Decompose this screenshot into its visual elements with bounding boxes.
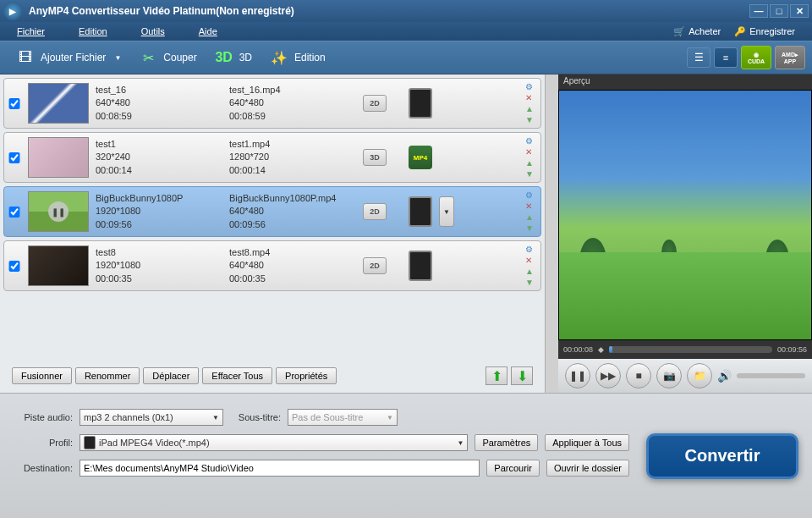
settings-button[interactable]: Paramètres (475, 434, 538, 451)
row-controls: ⚙✕▲▼ (525, 82, 537, 124)
menu-file[interactable]: Fichier (17, 26, 45, 36)
row-down-icon[interactable]: ▼ (525, 223, 534, 233)
menu-help[interactable]: Aide (199, 26, 217, 36)
row-checkbox[interactable] (8, 207, 21, 218)
minimize-button[interactable]: — (749, 4, 768, 18)
stop-button[interactable]: ■ (626, 363, 651, 388)
volume-slider[interactable] (737, 373, 805, 378)
time-current: 00:00:08 (563, 345, 593, 354)
subtitle-select[interactable]: Pas de Sous-titre▼ (288, 409, 398, 426)
delete-icon[interactable]: ✕ (525, 93, 534, 102)
next-button[interactable]: ▶▶ (595, 363, 621, 388)
close-button[interactable]: ✕ (790, 4, 809, 18)
open-folder-button[interactable]: 📁 (687, 363, 712, 388)
thumbnail (28, 83, 89, 124)
dimension-badge[interactable]: 2D (363, 95, 387, 112)
playhead-icon[interactable]: ◆ (598, 345, 604, 354)
chevron-down-icon: ▼ (114, 54, 121, 62)
gpu-amd-badge[interactable]: AMD▸APP (775, 46, 805, 69)
subtitle-label: Sous-titre: (230, 412, 281, 422)
time-total: 00:09:56 (777, 345, 807, 354)
view-list-button[interactable]: ☰ (687, 47, 710, 68)
row-checkbox[interactable] (8, 152, 21, 163)
gear-icon[interactable]: ⚙ (525, 82, 534, 91)
apply-all-button[interactable]: Appliquer à Tous (545, 434, 629, 451)
delete-icon[interactable]: ✕ (525, 201, 534, 211)
profile-select[interactable]: iPad MPEG4 Video(*.mp4)▼ (80, 434, 468, 451)
skip-icon: ▶▶ (601, 370, 616, 382)
browse-button[interactable]: Parcourir (486, 460, 540, 477)
clear-all-button[interactable]: Effacer Tous (202, 367, 272, 384)
list-footer: Fusionner Renommer Déplacer Effacer Tous… (3, 362, 541, 389)
key-icon: 🔑 (734, 26, 746, 37)
rename-button[interactable]: Renommer (75, 367, 140, 384)
file-list-area: test_16640*48000:08:59test_16.mp4640*480… (0, 74, 545, 393)
row-checkbox[interactable] (8, 261, 21, 272)
output-info: test8.mp4640*48000:00:35 (229, 246, 356, 285)
source-info: test_16640*48000:08:59 (96, 84, 222, 123)
volume-icon[interactable]: 🔊 (717, 369, 732, 383)
stop-icon: ■ (635, 370, 641, 382)
dimension-badge[interactable]: 3D (363, 149, 387, 166)
preview-title: Aperçu (558, 74, 812, 90)
gear-icon[interactable]: ⚙ (525, 190, 534, 200)
view-detail-button[interactable]: ≡ (714, 47, 738, 68)
convert-button[interactable]: Convertir (646, 433, 798, 479)
gear-icon[interactable]: ⚙ (525, 136, 534, 146)
move-up-button[interactable]: ⬆ (486, 366, 508, 385)
arrow-up-icon: ⬆ (491, 368, 502, 384)
row-checkbox[interactable] (8, 98, 21, 109)
snapshot-button[interactable]: 📷 (656, 363, 682, 388)
preview-controls: ❚❚ ▶▶ ■ 📷 📁 🔊 (558, 359, 812, 393)
list-row[interactable]: ❚❚BigBuckBunny1080P1920*108000:09:56BigB… (3, 186, 541, 237)
thumbnail (28, 245, 89, 286)
delete-icon[interactable]: ✕ (525, 147, 534, 157)
titlebar: ▶ AnyMP4 Convertisseur Vidéo Platinum(No… (0, 0, 812, 22)
open-dest-button[interactable]: Ouvrir le dossier (546, 460, 629, 477)
merge-button[interactable]: Fusionner (12, 367, 72, 384)
audio-select[interactable]: mp3 2 channels (0x1)▼ (80, 409, 223, 426)
destination-input[interactable] (80, 460, 480, 477)
row-up-icon[interactable]: ▲ (525, 158, 534, 168)
cart-icon: 🛒 (673, 26, 685, 37)
preview-timeline: 00:00:08 ◆ 00:09:56 (558, 340, 812, 359)
row-down-icon[interactable]: ▼ (525, 115, 534, 124)
menubar: Fichier Edition Outils Aide 🛒Acheter 🔑En… (0, 22, 812, 41)
move-button[interactable]: Déplacer (143, 367, 199, 384)
list-row[interactable]: test1320*24000:00:14test1.mp41280*72000:… (3, 132, 541, 183)
audio-label: Piste audio: (14, 412, 73, 422)
cut-button[interactable]: ✂ Couper (129, 44, 205, 71)
output-info: BigBuckBunny1080P.mp4640*48000:09:56 (229, 192, 356, 231)
source-info: test81920*108000:00:35 (96, 246, 222, 285)
gear-icon[interactable]: ⚙ (525, 245, 534, 254)
3d-button[interactable]: 3D 3D (206, 44, 261, 71)
menu-tools[interactable]: Outils (141, 26, 165, 36)
maximize-button[interactable]: □ (770, 4, 788, 18)
row-up-icon[interactable]: ▲ (525, 104, 534, 113)
gpu-nvidia-badge[interactable]: ◉CUDA (741, 46, 771, 69)
dimension-badge[interactable]: 2D (363, 203, 387, 220)
list-row[interactable]: test81920*108000:00:35test8.mp4640*48000… (3, 240, 541, 291)
row-down-icon[interactable]: ▼ (525, 278, 534, 287)
add-file-button[interactable]: 🎞 Ajouter Fichier▼ (7, 44, 129, 71)
dimension-badge[interactable]: 2D (363, 257, 387, 274)
row-up-icon[interactable]: ▲ (525, 212, 534, 222)
row-down-icon[interactable]: ▼ (525, 169, 534, 179)
edit-button[interactable]: ✨ Edition (261, 44, 334, 71)
row-up-icon[interactable]: ▲ (525, 267, 534, 276)
menu-edit[interactable]: Edition (79, 26, 107, 36)
list-scrollbar[interactable] (545, 74, 558, 393)
film-add-icon: 🎞 (15, 47, 36, 68)
progress-track[interactable] (609, 346, 772, 353)
output-info: test1.mp41280*72000:00:14 (229, 138, 356, 177)
delete-icon[interactable]: ✕ (525, 256, 534, 265)
register-link[interactable]: 🔑Enregistrer (734, 26, 795, 37)
move-down-button[interactable]: ⬇ (511, 366, 533, 385)
properties-button[interactable]: Propriétés (276, 367, 337, 384)
pause-button[interactable]: ❚❚ (565, 363, 590, 388)
device-dropdown[interactable]: ▼ (439, 196, 454, 227)
list-icon: ☰ (694, 52, 704, 63)
buy-link[interactable]: 🛒Acheter (673, 26, 721, 37)
list-row[interactable]: test_16640*48000:08:59test_16.mp4640*480… (3, 78, 541, 129)
preview-video[interactable] (558, 90, 812, 340)
